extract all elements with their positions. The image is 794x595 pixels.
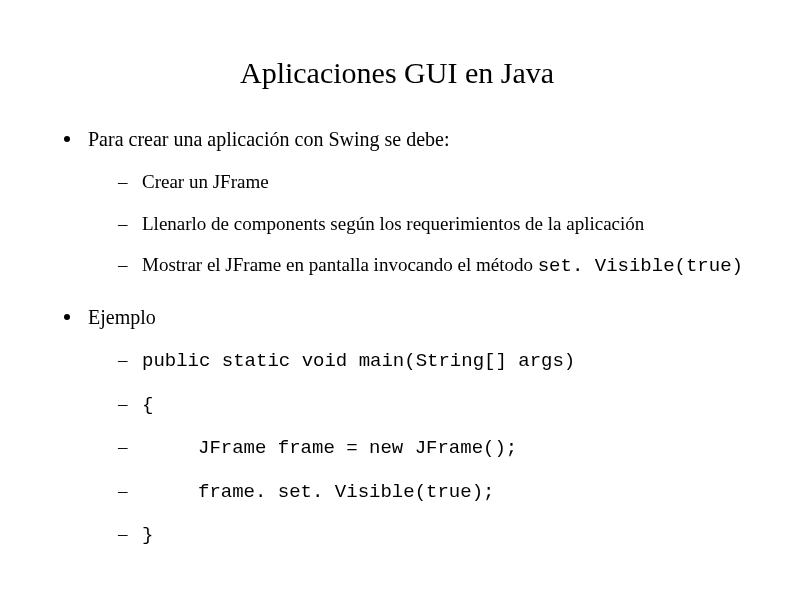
sub-item: Mostrar el JFrame en pantalla invocando … <box>118 252 744 280</box>
sub-item: { <box>118 391 744 419</box>
slide-title: Aplicaciones GUI en Java <box>50 56 744 90</box>
slide: Aplicaciones GUI en Java Para crear una … <box>0 0 794 595</box>
sub-item: } <box>118 521 744 549</box>
bullet-item: Para crear una aplicación con Swing se d… <box>60 126 744 280</box>
bullet-text: Ejemplo <box>88 306 156 328</box>
code-line: JFrame frame = new JFrame(); <box>142 436 517 462</box>
bullet-item: Ejemplo public static void main(String[]… <box>60 304 744 549</box>
bullet-text: Para crear una aplicación con Swing se d… <box>88 128 450 150</box>
code-line: public static void main(String[] args) <box>142 350 575 372</box>
code-line: { <box>142 394 153 416</box>
sub-item: Llenarlo de components según los requeri… <box>118 211 744 237</box>
code-line: frame. set. Visible(true); <box>142 480 494 506</box>
sub-list: Crear un JFrame Llenarlo de components s… <box>88 169 744 280</box>
sub-item: Crear un JFrame <box>118 169 744 195</box>
sub-text: Llenarlo de components según los requeri… <box>142 213 644 234</box>
sub-item: frame. set. Visible(true); <box>118 478 744 506</box>
bullet-list: Para crear una aplicación con Swing se d… <box>50 126 744 549</box>
sub-list: public static void main(String[] args) {… <box>88 347 744 549</box>
code-line: } <box>142 524 153 546</box>
sub-item: JFrame frame = new JFrame(); <box>118 434 744 462</box>
inline-code: set. Visible(true) <box>538 255 743 277</box>
sub-text: Mostrar el JFrame en pantalla invocando … <box>142 254 538 275</box>
sub-item: public static void main(String[] args) <box>118 347 744 375</box>
sub-text: Crear un JFrame <box>142 171 269 192</box>
